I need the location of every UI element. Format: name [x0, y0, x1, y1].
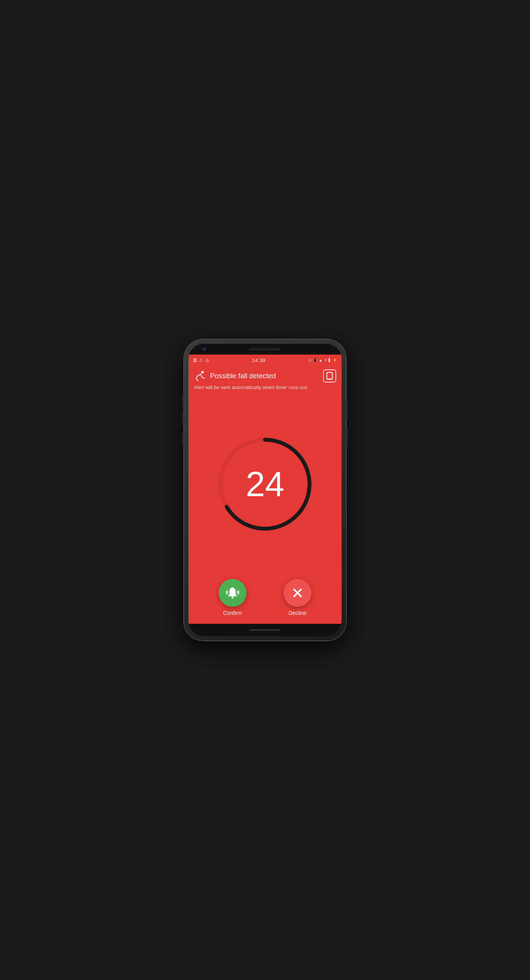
action-buttons-row: Confirm Decline	[188, 573, 342, 624]
confirm-button[interactable]	[219, 579, 246, 607]
signal-status-icon: ▌	[329, 358, 331, 362]
phone-device: 🖼 ⚠ ◎ 14:38 ⊙ 📳 ▲ ✕ ▌ ⚡	[184, 339, 346, 641]
notification-title-text: Possible fall detected	[210, 372, 276, 380]
vibrate-status-icon: 📳	[313, 358, 317, 362]
confirm-button-wrap: Confirm	[219, 579, 246, 616]
phone-screen: 🖼 ⚠ ◎ 14:38 ⊙ 📳 ▲ ✕ ▌ ⚡	[188, 344, 342, 636]
status-right-icons: ⊙ 📳 ▲ ✕ ▌ ⚡	[308, 358, 337, 362]
target-status-icon: ◎	[205, 358, 209, 363]
signal-x-status-icon: ✕	[324, 358, 327, 362]
notification-subtitle: Alert will be sent automatically when ti…	[194, 384, 336, 391]
image-status-icon: 🖼	[193, 358, 197, 362]
bell-icon	[226, 586, 239, 600]
phone-bottom-bar	[188, 624, 342, 636]
svg-point-0	[201, 371, 203, 373]
speaker	[250, 348, 280, 350]
front-camera	[202, 347, 206, 351]
app-screen: 🖼 ⚠ ◎ 14:38 ⊙ 📳 ▲ ✕ ▌ ⚡	[188, 355, 342, 624]
status-bar: 🖼 ⚠ ◎ 14:38 ⊙ 📳 ▲ ✕ ▌ ⚡	[188, 355, 342, 365]
timer-container: 24	[215, 434, 315, 534]
notification-title-row: Possible fall detected	[194, 369, 336, 382]
battery-status-icon: ⚡	[333, 358, 337, 362]
notification-title-left: Possible fall detected	[194, 370, 276, 382]
svg-rect-2	[328, 378, 331, 379]
main-content: 24	[188, 396, 342, 573]
decline-label: Decline	[289, 610, 307, 616]
status-time: 14:38	[252, 357, 265, 363]
phone-top-bar	[188, 344, 342, 355]
fall-detection-icon	[194, 370, 206, 382]
notification-header: Possible fall detected Alert will be sen…	[188, 365, 342, 396]
decline-button-wrap: Decline	[284, 579, 311, 616]
phone-small-button[interactable]	[323, 369, 336, 382]
timer-number: 24	[246, 467, 284, 502]
confirm-label: Confirm	[223, 610, 242, 616]
phone-small-svg	[327, 372, 333, 380]
home-bar-indicator	[250, 629, 280, 631]
close-icon	[291, 586, 304, 599]
svg-point-3	[232, 597, 234, 599]
warning-status-icon: ⚠	[199, 358, 203, 363]
wifi-status-icon: ▲	[319, 358, 323, 362]
location-status-icon: ⊙	[308, 358, 311, 362]
decline-button[interactable]	[284, 579, 311, 607]
status-left-icons: 🖼 ⚠ ◎	[193, 358, 209, 363]
